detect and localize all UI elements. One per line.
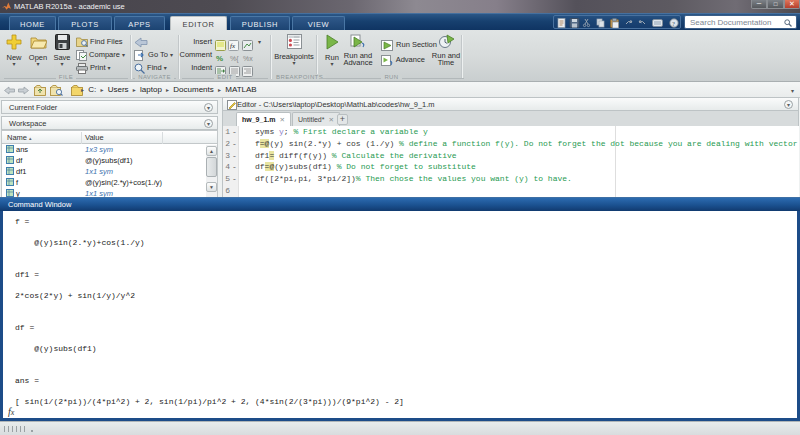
svg-text:fx: fx xyxy=(230,42,236,50)
svg-text:%: % xyxy=(216,54,223,63)
svg-text:%{: %{ xyxy=(230,55,239,63)
svg-text:?: ? xyxy=(672,20,675,27)
svg-text:%x: %x xyxy=(243,55,253,62)
